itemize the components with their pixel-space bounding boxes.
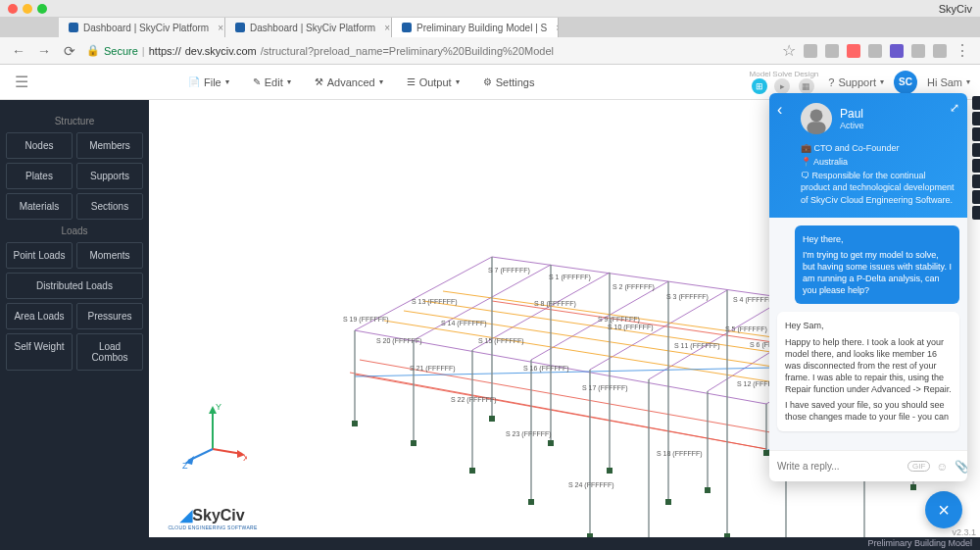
forward-button[interactable]: →: [35, 43, 53, 59]
close-icon[interactable]: ×: [218, 23, 223, 33]
extensions: [804, 44, 947, 58]
side-handle[interactable]: [972, 175, 980, 188]
sidebar-btn-area-loads[interactable]: Area Loads: [6, 303, 73, 329]
edit-icon: ✎: [253, 76, 261, 87]
sidebar-btn-point-loads[interactable]: Point Loads: [6, 242, 73, 269]
model-node-label: S 21 (FFFFFF): [410, 365, 456, 373]
side-handle[interactable]: [972, 127, 980, 141]
attach-icon[interactable]: 📎: [955, 460, 967, 474]
close-icon[interactable]: ×: [384, 23, 390, 33]
browser-tab-active[interactable]: Preliminary Building Model | S×: [392, 18, 559, 37]
msg-line: I'm trying to get my model to solve, but…: [803, 249, 952, 297]
svg-rect-23: [548, 440, 554, 446]
url-host: dev.skyciv.com: [185, 45, 257, 57]
model-node-label: S 2 (FFFFFF): [612, 283, 655, 291]
mode-design[interactable]: ▦: [799, 78, 814, 94]
chat-bio: Responsible for the continual product an…: [801, 171, 955, 204]
browser-tab[interactable]: Dashboard | SkyCiv Platform×: [225, 18, 392, 37]
chat-widget: ‹ ⤢ Paul Active 💼 CTO and Co-Founder 📍 A…: [769, 93, 967, 481]
file-icon: 📄: [188, 76, 200, 87]
tool-icon: ⚒: [315, 76, 323, 87]
browser-titlebar: SkyCiv: [0, 0, 980, 18]
ext-icon[interactable]: [868, 44, 882, 58]
ext-icon[interactable]: [933, 44, 947, 58]
side-handle[interactable]: [972, 159, 980, 173]
sidebar: Structure NodesMembers PlatesSupports Ma…: [0, 100, 149, 537]
sidebar-btn-members[interactable]: Members: [76, 132, 143, 159]
emoji-icon[interactable]: ☺: [936, 460, 948, 474]
window-min[interactable]: [23, 4, 32, 14]
ext-icon[interactable]: [804, 44, 817, 58]
settings-menu[interactable]: ⚙Settings: [473, 73, 545, 92]
side-handle[interactable]: [972, 206, 980, 220]
model-node-label: S 11 (FFFFFF): [674, 342, 720, 350]
url-field[interactable]: 🔒 Secure | https://dev.skyciv.com/struct…: [86, 44, 774, 57]
edit-menu[interactable]: ✎Edit▾: [243, 73, 301, 92]
version-label: v2.3.1: [952, 527, 976, 537]
window-max[interactable]: [37, 4, 47, 14]
axis-widget: Y X Z: [178, 400, 247, 469]
side-handle[interactable]: [972, 190, 980, 204]
browser-tab[interactable]: Dashboard | SkyCiv Platform×: [59, 18, 225, 37]
model-node-label: S 17 (FFFFFF): [582, 384, 628, 392]
star-icon[interactable]: ☆: [782, 41, 796, 60]
svg-rect-25: [665, 499, 671, 505]
model-node-label: S 18 (FFFFFF): [657, 450, 703, 458]
side-handles: [972, 96, 980, 222]
chat-agent-status: Active: [840, 121, 864, 130]
side-handle[interactable]: [972, 96, 980, 110]
svg-rect-33: [528, 499, 534, 505]
back-button[interactable]: ←: [10, 43, 27, 59]
gif-button[interactable]: GIF: [907, 461, 930, 472]
model-node-label: S 13 (FFFFFF): [412, 298, 458, 306]
window-close[interactable]: [8, 4, 18, 14]
chat-close-fab[interactable]: ×: [925, 491, 962, 528]
mode-model[interactable]: ⊞: [752, 78, 767, 94]
chat-back-button[interactable]: ‹: [777, 101, 782, 119]
chat-expand-button[interactable]: ⤢: [950, 101, 959, 115]
svg-rect-28: [910, 484, 916, 490]
sidebar-btn-nodes[interactable]: Nodes: [6, 132, 73, 159]
chat-input-row: GIF ☺ 📎: [769, 450, 967, 481]
sidebar-btn-load-combos[interactable]: Load Combos: [76, 333, 143, 371]
location-icon: 📍: [801, 157, 813, 167]
sidebar-btn-pressures[interactable]: Pressures: [76, 303, 143, 329]
status-bar: Preliminary Building Model: [0, 537, 980, 550]
output-menu[interactable]: ☰Output▾: [397, 73, 469, 92]
svg-rect-31: [411, 440, 416, 446]
url-prefix: https://: [149, 45, 181, 57]
support-button[interactable]: ?Support▾: [828, 76, 884, 88]
sidebar-btn-moments[interactable]: Moments: [76, 242, 143, 269]
advanced-menu[interactable]: ⚒Advanced▾: [305, 73, 393, 92]
ext-icon[interactable]: [911, 44, 925, 58]
file-menu[interactable]: 📄File▾: [178, 73, 239, 92]
ext-icon[interactable]: [890, 44, 904, 58]
side-handle[interactable]: [972, 112, 980, 125]
side-handle[interactable]: [972, 143, 980, 157]
sidebar-btn-supports[interactable]: Supports: [76, 163, 143, 189]
briefcase-icon: 💼: [801, 143, 814, 153]
ext-icon[interactable]: [825, 44, 839, 58]
secure-label: Secure: [104, 45, 138, 57]
browser-tabs: Dashboard | SkyCiv Platform× Dashboard |…: [0, 18, 980, 37]
sidebar-btn-sections[interactable]: Sections: [76, 193, 143, 220]
sidebar-btn-materials[interactable]: Materials: [6, 193, 73, 220]
reload-button[interactable]: ⟳: [61, 43, 78, 59]
sidebar-btn-plates[interactable]: Plates: [6, 163, 73, 189]
sidebar-btn-dist-loads[interactable]: Distributed Loads: [6, 273, 143, 299]
mode-steps: Model⊞ Solve▸ Design▦: [750, 70, 819, 94]
logo-subtitle: CLOUD ENGINEERING SOFTWARE: [168, 525, 257, 530]
user-avatar[interactable]: SC: [894, 71, 917, 94]
close-icon[interactable]: ×: [556, 23, 559, 33]
axis-y-label: Y: [216, 402, 221, 412]
sidebar-btn-self-weight[interactable]: Self Weight: [6, 333, 73, 371]
menu-icon[interactable]: ☰: [10, 73, 33, 91]
model-node-label: S 16 (FFFFFF): [523, 365, 569, 373]
chat-input[interactable]: [777, 461, 902, 472]
chevron-down-icon: ▾: [456, 77, 460, 86]
url-path: /structural?preload_name=Preliminary%20B…: [261, 45, 554, 57]
mode-solve[interactable]: ▸: [774, 78, 790, 94]
menu-dots-icon[interactable]: ⋮: [955, 41, 970, 60]
ext-icon[interactable]: [847, 44, 860, 58]
user-menu[interactable]: Hi Sam▾: [927, 76, 970, 88]
